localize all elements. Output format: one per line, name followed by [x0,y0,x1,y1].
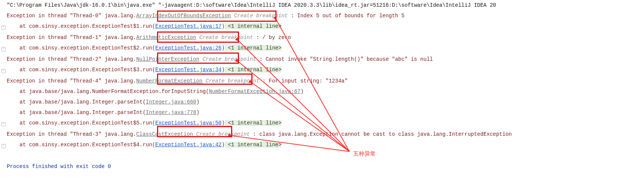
expand-icon[interactable]: + [0,65,7,76]
exception-class-link[interactable]: NumberFormatException [136,78,202,84]
source-link[interactable]: ExceptionTest.java:42 [155,142,221,148]
exception-class-link[interactable]: ClassCastException [136,131,193,137]
exception-header: Exception in thread "Thread-2" java.lang… [7,56,136,62]
source-link[interactable]: ExceptionTest.java:50 [155,120,221,126]
create-breakpoint-link[interactable]: Create breakpoint [203,56,256,62]
source-link[interactable]: Integer.java:660 [146,99,196,105]
internal-lines-badge: <1 internal line> [225,142,281,148]
exception-class-link[interactable]: NullPointerException [136,56,199,62]
exception-message: : / by zero [253,34,291,40]
exception-header: Exception in thread "Thread-3" java.lang… [7,131,136,137]
stack-frame: at com.sinsy.exception.ExceptionTest$2.r… [20,45,155,51]
command-line: "C:\Program Files\Java\jdk-16.0.1\bin\ja… [7,0,644,10]
exception-header: Exception in thread "Thread-1" java.lang… [7,34,136,40]
expand-icon[interactable]: + [0,118,7,129]
exception-class-link[interactable]: ArrayIndexOutOfBoundsException [136,13,231,19]
create-breakpoint-link[interactable]: Create breakpoint [200,34,253,40]
stack-frame: at java.base/java.lang.NumberFormatExcep… [20,88,209,94]
stack-frame: at com.sinsy.exception.ExceptionTest$1.r… [20,23,155,29]
source-link[interactable]: NumberFormatException.java:67 [209,88,301,94]
exception-message: : class java.lang.Exception cannot be ca… [250,131,512,137]
stack-frame: at java.base/java.lang.Integer.parseInt( [20,99,146,105]
create-breakpoint-link[interactable]: Create breakpoint [196,131,250,137]
exception-header: Exception in thread "Thread-0" java.lang… [7,13,136,19]
stack-frame: at com.sinsy.exception.ExceptionTest$5.r… [20,120,155,126]
source-link[interactable]: Integer.java:778 [146,110,196,116]
process-finished: Process finished with exit code 0 [7,161,644,172]
stack-frame: at com.sinsy.exception.ExceptionTest$4.r… [20,142,155,148]
create-breakpoint-link[interactable]: Create breakpoint [206,78,259,84]
create-breakpoint-link[interactable]: Create breakpoint [234,13,288,19]
exception-message: : For input string: "1234a" [259,78,348,84]
internal-lines-badge: <1 internal line> [225,120,281,126]
exception-header: Exception in thread "Thread-4" java.lang… [7,78,136,84]
expand-icon[interactable]: + [0,140,7,151]
source-link[interactable]: ExceptionTest.java:26 [155,45,221,51]
internal-lines-badge: <1 internal line> [225,67,281,73]
source-link[interactable]: ExceptionTest.java:17 [155,23,221,29]
stack-frame: at java.base/java.lang.Integer.parseInt( [20,110,146,116]
expand-icon[interactable]: + [0,44,7,54]
annotation-label: 五种异常 [353,148,376,159]
exception-message: : Index 5 out of bounds for length 5 [291,13,404,19]
expand-icon[interactable]: + [0,22,7,32]
internal-lines-badge: <1 internal line> [225,23,281,29]
internal-lines-badge: <1 internal line> [225,45,281,51]
source-link[interactable]: ExceptionTest.java:34 [155,67,221,73]
console-output: "C:\Program Files\Java\jdk-16.0.1\bin\ja… [0,0,644,176]
stack-frame: at com.sinsy.exception.ExceptionTest$3.r… [20,67,155,73]
exception-message: : Cannot invoke "String.length()" becaus… [256,56,433,62]
exception-class-link[interactable]: ArithmeticException [136,34,196,40]
